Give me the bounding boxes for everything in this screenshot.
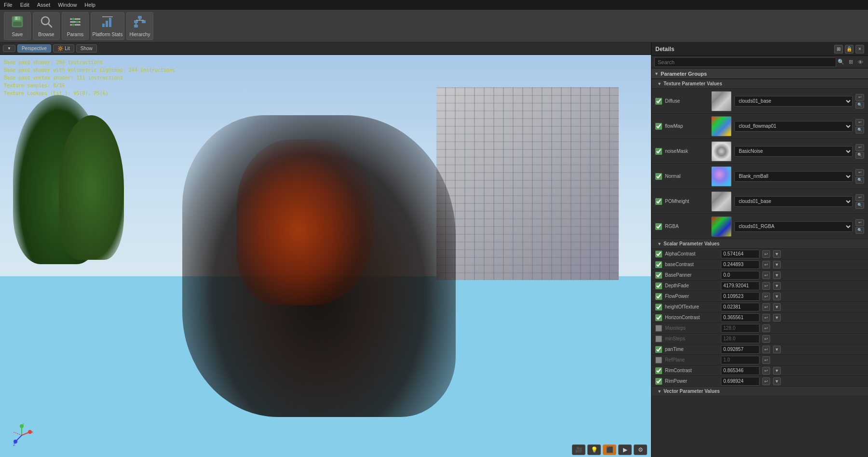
basepanner-input[interactable] [721,271,760,280]
horizoncontrast-reset[interactable]: ↩ [762,314,770,322]
menu-asset[interactable]: Asset [37,2,51,8]
horizoncontrast-dropdown[interactable]: ▼ [773,314,781,322]
vector-params-header[interactable]: ▼ Vector Parameter Values [651,387,868,396]
basecontrast-checkbox[interactable] [655,261,662,268]
pomheight-find-btn[interactable]: 🔍 [855,202,864,209]
basecontrast-dropdown[interactable]: ▼ [773,261,781,269]
rimcontrast-dropdown[interactable]: ▼ [773,367,781,375]
menu-window[interactable]: Window [58,2,77,8]
diffuse-checkbox[interactable] [655,98,662,105]
lock-btn[interactable]: 🔒 [845,45,854,54]
rimpower-input[interactable] [721,377,760,386]
pantime-checkbox[interactable] [655,346,662,353]
maxsteps-reset[interactable]: ↩ [762,324,770,332]
show-button[interactable]: Show [76,44,97,53]
diffuse-reset-btn[interactable]: ↩ [855,94,864,101]
params-button[interactable]: Params [62,12,89,40]
basepanner-reset[interactable]: ↩ [762,271,770,279]
rgba-reset-btn[interactable]: ↩ [855,219,864,226]
basecontrast-input[interactable] [721,260,760,269]
maxsteps-input[interactable] [721,324,760,333]
pomheight-checkbox[interactable] [655,198,662,205]
platform-stats-button[interactable]: Platform Stats [91,12,124,40]
normal-reset-btn[interactable]: ↩ [855,169,864,176]
pomheight-reset-btn[interactable]: ↩ [855,194,864,201]
pomheight-select[interactable]: clouds01_base [734,196,853,207]
pantime-input[interactable] [721,345,760,354]
horizoncontrast-checkbox[interactable] [655,314,662,321]
refplane-checkbox[interactable] [655,357,662,363]
heightoftexture-input[interactable] [721,303,760,311]
menu-edit[interactable]: Edit [20,2,29,8]
noisemask-find-btn[interactable]: 🔍 [855,152,864,159]
rimpower-reset[interactable]: ↩ [762,377,770,385]
minsteps-reset[interactable]: ↩ [762,335,770,343]
scalar-params-header[interactable]: ▼ Scalar Parameter Values [651,239,868,249]
minsteps-input[interactable] [721,335,760,343]
layout-view-btn[interactable]: ⊞ [834,45,843,54]
depthfade-checkbox[interactable] [655,282,662,289]
flowmap-select[interactable]: cloud_flowmap01 [734,121,853,132]
camera-btn[interactable]: 🎥 [572,444,585,455]
diffuse-select[interactable]: clouds01_base [734,96,853,107]
lighting-btn[interactable]: 💡 [587,444,601,455]
normal-select[interactable]: Blank_nmBall [734,171,853,182]
flowmap-checkbox[interactable] [655,123,662,130]
debug-btn[interactable]: ▶ [618,444,632,455]
noisemask-select[interactable]: BasicNoise [734,146,853,157]
flowpower-input[interactable] [721,292,760,301]
depthfade-input[interactable] [721,282,760,290]
rgba-select[interactable]: clouds01_RGBA [734,221,853,232]
texture-params-header[interactable]: ▼ Texture Parameter Values [651,79,868,89]
normal-checkbox[interactable] [655,173,662,180]
minsteps-checkbox[interactable] [655,336,662,342]
flowpower-checkbox[interactable] [655,293,662,300]
basecontrast-reset[interactable]: ↩ [762,261,770,269]
save-button[interactable]: Save [4,12,31,40]
noisemask-checkbox[interactable] [655,148,662,155]
alphacontrast-reset[interactable]: ↩ [762,250,770,258]
rgba-checkbox[interactable] [655,223,662,230]
perspective-button[interactable]: Perspective [17,44,51,53]
settings-vp-btn[interactable]: ⚙ [634,444,647,455]
refplane-reset[interactable]: ↩ [762,356,770,364]
flowpower-reset[interactable]: ↩ [762,293,770,300]
diffuse-find-btn[interactable]: 🔍 [855,102,864,108]
alphacontrast-input[interactable] [721,250,760,258]
hierarchy-button[interactable]: Hierarchy [126,12,153,40]
menu-help[interactable]: Help [84,2,95,8]
rimcontrast-checkbox[interactable] [655,367,662,374]
alphacontrast-checkbox[interactable] [655,251,662,257]
pantime-dropdown[interactable]: ▼ [773,346,781,353]
maxsteps-checkbox[interactable] [655,325,662,332]
heightoftexture-dropdown[interactable]: ▼ [773,303,781,311]
close-panel-btn[interactable]: × [855,45,864,54]
heightoftexture-checkbox[interactable] [655,304,662,310]
rimcontrast-input[interactable] [721,366,760,375]
search-icon[interactable]: 🔍 [836,57,846,67]
refplane-input[interactable] [721,356,760,364]
eye-icon[interactable]: 👁 [855,57,865,67]
pantime-reset[interactable]: ↩ [762,346,770,353]
basepanner-dropdown[interactable]: ▼ [773,271,781,279]
basepanner-checkbox[interactable] [655,272,662,279]
normal-find-btn[interactable]: 🔍 [855,177,864,184]
noisemask-reset-btn[interactable]: ↩ [855,144,864,151]
viewport[interactable]: Base pass shader: 200 instructions Base … [0,55,651,457]
rimcontrast-reset[interactable]: ↩ [762,367,770,375]
lit-button[interactable]: 🔆 Lit [53,44,74,53]
search-input[interactable] [654,57,836,67]
flowpower-dropdown[interactable]: ▼ [773,293,781,300]
view-options-icon[interactable]: ⊞ [846,57,855,67]
heightoftexture-reset[interactable]: ↩ [762,303,770,311]
parameter-groups-header[interactable]: ▼ Parameter Groups [651,68,868,79]
browse-button[interactable]: Browse [33,12,60,40]
exposure-btn[interactable]: ⬛ [603,444,616,455]
depthfade-dropdown[interactable]: ▼ [773,282,781,290]
menu-file[interactable]: File [4,2,13,8]
rimpower-dropdown[interactable]: ▼ [773,377,781,385]
viewport-mode-dropdown[interactable]: ▼ [3,45,15,52]
flowmap-reset-btn[interactable]: ↩ [855,119,864,126]
alphacontrast-dropdown[interactable]: ▼ [773,250,781,258]
rgba-find-btn[interactable]: 🔍 [855,227,864,234]
